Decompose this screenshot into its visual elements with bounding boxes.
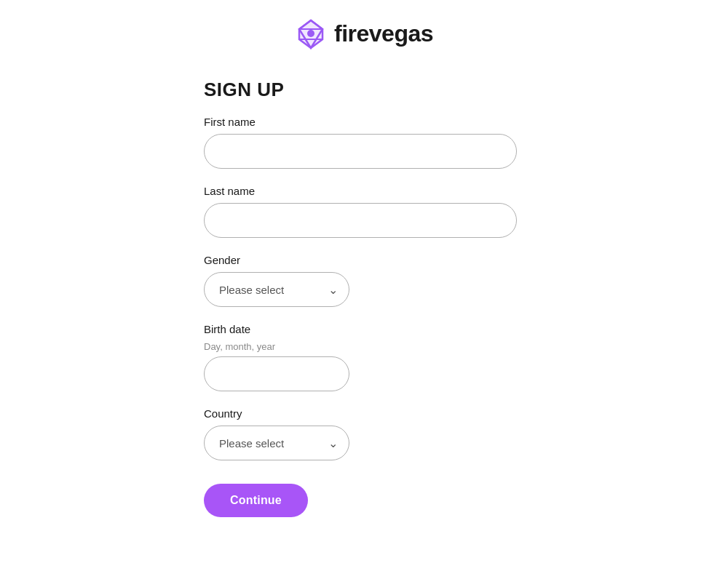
gender-select[interactable]: Please select Male Female Other — [204, 272, 349, 307]
gender-group: Gender Please select Male Female Other ⌄ — [204, 254, 524, 307]
country-group: Country Please select ⌄ — [204, 407, 524, 460]
birth-date-label: Birth date — [204, 323, 524, 335]
gender-select-wrapper: Please select Male Female Other ⌄ — [204, 272, 349, 307]
last-name-input[interactable] — [204, 203, 517, 238]
last-name-label: Last name — [204, 185, 524, 197]
first-name-input[interactable] — [204, 134, 517, 169]
birth-date-input[interactable] — [204, 356, 349, 391]
form-title: SIGN UP — [204, 79, 524, 101]
signup-form: SIGN UP First name Last name Gender Plea… — [204, 64, 524, 532]
birth-date-group: Birth date Day, month, year — [204, 323, 524, 391]
birth-date-hint: Day, month, year — [204, 341, 524, 352]
gender-label: Gender — [204, 254, 524, 266]
country-select-wrapper: Please select ⌄ — [204, 426, 349, 460]
first-name-label: First name — [204, 116, 524, 128]
logo-text: firevegas — [334, 20, 433, 47]
continue-button[interactable]: Continue — [204, 484, 308, 517]
svg-point-5 — [307, 30, 314, 37]
logo-icon — [295, 17, 327, 49]
country-label: Country — [204, 407, 524, 420]
last-name-group: Last name — [204, 185, 524, 238]
country-select[interactable]: Please select — [204, 426, 349, 460]
first-name-group: First name — [204, 116, 524, 169]
header: firevegas — [295, 0, 433, 64]
